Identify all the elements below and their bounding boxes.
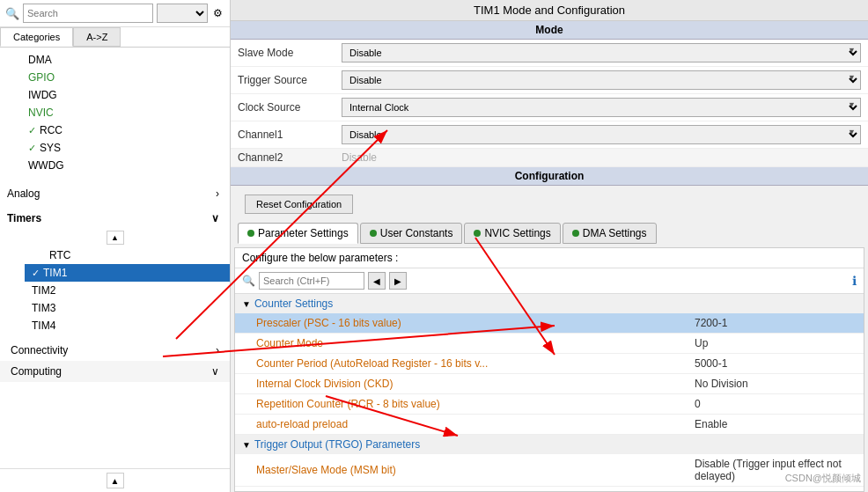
channel2-value: Disable [342, 151, 377, 164]
nvic-settings-label: NVIC Settings [484, 227, 550, 239]
tab-dma-settings[interactable]: DMA Settings [563, 223, 657, 244]
clock-source-label: Clock Source [238, 101, 335, 114]
counter-group-arrow-icon: ▼ [242, 299, 251, 309]
trigger-event-param-name: Trigger Event Selection [235, 487, 688, 491]
sidebar-item-gpio[interactable]: GPIO [18, 69, 230, 86]
reset-configuration-button[interactable]: Reset Configuration [245, 195, 353, 214]
params-table: ▼ Counter Settings Prescaler (PSC - 16 b… [235, 294, 864, 491]
channel1-select[interactable]: Disable [342, 125, 861, 144]
autoreload-param-value: Enable [688, 415, 864, 434]
mode-section-header: Mode [231, 21, 868, 40]
repetition-param-name: Repetition Counter (RCR - 8 bits value) [235, 394, 688, 414]
timer-items-list: RTC ✓ TIM1 TIM2 TIM3 TIM4 [0, 246, 230, 334]
clock-source-select[interactable]: Internal Clock [342, 98, 861, 117]
trigger-output-group[interactable]: ▼ Trigger Output (TRGO) Parameters [235, 435, 864, 454]
prescaler-param-value[interactable]: 7200-1 [688, 313, 864, 333]
trigger-source-select-wrapper: Disable [342, 70, 861, 90]
sidebar-item-tim4[interactable]: TIM4 [25, 317, 230, 334]
config-description: Configure the below parameters : [235, 248, 864, 268]
sidebar-scroll-up-btn[interactable]: ▲ [107, 473, 124, 488]
dma-settings-dot [572, 230, 579, 237]
sidebar-item-wwdg[interactable]: WWDG [18, 157, 230, 174]
sidebar-section-analog[interactable]: Analog › [0, 183, 230, 204]
param-row-autoreload: auto-reload preload Enable [235, 415, 864, 435]
prescaler-param-name: Prescaler (PSC - 16 bits value) [235, 313, 688, 333]
tab-categories[interactable]: Categories [0, 27, 73, 47]
timers-scroll-up-button[interactable]: ▲ [107, 231, 124, 245]
tab-az[interactable]: A->Z [73, 27, 121, 47]
ckd-param-name: Internal Clock Division (CKD) [235, 374, 688, 393]
ckd-param-value: No Division [688, 374, 864, 393]
sidebar-item-tim1[interactable]: ✓ TIM1 [25, 264, 230, 282]
computing-arrow-icon: ∨ [211, 365, 219, 378]
right-content: TIM1 Mode and Configuration Mode Slave M… [231, 0, 868, 492]
param-search-next-button[interactable]: ▶ [389, 272, 407, 290]
mode-section: Mode Slave Mode Disable Trigger Source D… [231, 21, 868, 167]
param-row-trigger-event: Trigger Event Selection Reset (UG bit fr… [235, 487, 864, 491]
tab-parameter-settings[interactable]: Parameter Settings [238, 223, 358, 244]
param-row-repetition: Repetition Counter (RCR - 8 bits value) … [235, 394, 864, 415]
clock-source-select-wrapper: Internal Clock [342, 98, 861, 117]
mode-row-clock: Clock Source Internal Clock [231, 94, 868, 121]
tab-nvic-settings[interactable]: NVIC Settings [464, 223, 560, 244]
gear-button[interactable]: ⚙ [211, 4, 224, 23]
check-icon-rcc: ✓ [28, 125, 36, 136]
repetition-param-value: 0 [688, 394, 864, 414]
mode-row-channel2: Channel2 Disable [231, 149, 868, 167]
param-settings-label: Parameter Settings [258, 227, 349, 239]
tab-user-constants[interactable]: User Constants [360, 223, 463, 244]
sidebar-item-iwdg[interactable]: IWDG [18, 86, 230, 104]
sidebar-item-nvic[interactable]: NVIC [18, 104, 230, 121]
sidebar-item-tim2[interactable]: TIM2 [25, 282, 230, 299]
tim1-check-icon: ✓ [32, 268, 40, 279]
param-row-counter-period: Counter Period (AutoReload Register - 16… [235, 354, 864, 374]
slave-mode-select-wrapper: Disable [342, 43, 861, 62]
sidebar-item-rtc[interactable]: RTC [25, 246, 230, 264]
param-search-prev-button[interactable]: ◀ [368, 272, 386, 290]
trigger-source-label: Trigger Source [238, 74, 335, 86]
sidebar-search-bar: 🔍 ⚙ [0, 0, 230, 27]
nvic-settings-dot [474, 230, 481, 237]
trigger-source-select[interactable]: Disable [342, 70, 861, 90]
connectivity-arrow-icon: › [216, 344, 219, 356]
channel1-label: Channel1 [238, 129, 335, 141]
sidebar-item-dma[interactable]: DMA [18, 51, 230, 69]
counter-group-label: Counter Settings [254, 297, 333, 310]
search-input[interactable] [23, 4, 153, 23]
check-icon-sys: ✓ [28, 143, 36, 154]
sidebar-section-computing[interactable]: Computing ∨ [0, 361, 230, 382]
mode-row-slave: Slave Mode Disable [231, 40, 868, 67]
counter-settings-group[interactable]: ▼ Counter Settings [235, 294, 864, 313]
param-search-bar: 🔍 ◀ ▶ ℹ [235, 268, 864, 294]
param-search-input[interactable] [259, 272, 364, 290]
counter-period-param-value[interactable]: 5000-1 [688, 354, 864, 373]
info-button[interactable]: ℹ [852, 274, 857, 288]
sidebar-tabs: Categories A->Z [0, 27, 230, 48]
config-section: Configuration Reset Configuration Parame… [231, 167, 868, 492]
sidebar-item-rcc[interactable]: ✓ RCC [18, 121, 230, 139]
watermark: CSDN@悦颜倾城 [785, 472, 861, 485]
config-section-header: Configuration [231, 167, 868, 186]
param-row-counter-mode: Counter Mode Up [235, 334, 864, 354]
computing-label: Computing [11, 365, 62, 378]
channel1-select-wrapper: Disable [342, 125, 861, 144]
config-tabs: Parameter Settings User Constants NVIC S… [231, 223, 868, 244]
sidebar-section-timers[interactable]: Timers ∨ [0, 208, 230, 229]
counter-period-param-name: Counter Period (AutoReload Register - 16… [235, 354, 688, 373]
sidebar-item-tim3[interactable]: TIM3 [25, 299, 230, 317]
user-constants-label: User Constants [380, 227, 453, 239]
autoreload-param-name: auto-reload preload [235, 415, 688, 434]
slave-mode-select[interactable]: Disable [342, 43, 861, 62]
param-row-prescaler: Prescaler (PSC - 16 bits value) 7200-1 [235, 313, 864, 334]
search-dropdown[interactable] [157, 4, 208, 23]
analog-arrow-icon: › [216, 187, 219, 200]
top-category-items: DMA GPIO IWDG NVIC ✓ RCC ✓ SYS WWDG [0, 51, 230, 174]
sidebar-content: DMA GPIO IWDG NVIC ✓ RCC ✓ SYS WWDG Anal… [0, 48, 230, 468]
trigger-group-label: Trigger Output (TRGO) Parameters [254, 438, 420, 451]
mode-row-channel1: Channel1 Disable [231, 121, 868, 149]
sidebar-section-connectivity[interactable]: Connectivity › [0, 340, 230, 361]
sidebar-item-sys[interactable]: ✓ SYS [18, 139, 230, 157]
timers-label: Timers [7, 212, 41, 224]
search-icon: 🔍 [5, 7, 19, 20]
counter-mode-param-name: Counter Mode [235, 334, 688, 353]
